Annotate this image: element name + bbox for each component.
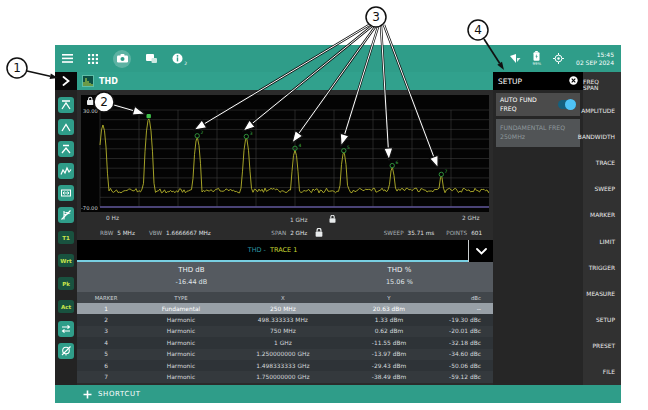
sweep-label: SWEEP <box>384 230 404 236</box>
auto-fund-freq-toggle-row[interactable]: AUTO FUND FREQ <box>496 93 580 116</box>
toolbar-button-span-box[interactable] <box>58 185 74 201</box>
toolbar-button-marker-off[interactable] <box>58 207 74 223</box>
lock-icon <box>315 228 323 238</box>
toolbar-button-act[interactable]: Act <box>58 300 74 313</box>
menu-item-trigger[interactable]: TRIGGER <box>583 255 621 281</box>
menu-icon[interactable] <box>62 54 73 63</box>
collapse-results-button[interactable] <box>468 240 493 262</box>
shortcut-bar[interactable]: SHORTCUT <box>55 385 621 403</box>
table-cell: Harmonic <box>135 328 227 334</box>
swap-arrows-icon <box>60 323 72 335</box>
spectrum-thumbnail-icon <box>82 75 94 87</box>
svg-text:5: 5 <box>347 145 350 150</box>
table-cell: 1 GHz <box>227 340 339 346</box>
marker-table-header: MARKER TYPE X Y dBc <box>77 292 493 303</box>
vbw-value[interactable]: 1.6666667 MHz <box>166 230 211 236</box>
menu-item-limit[interactable]: LIMIT <box>583 228 621 254</box>
svg-text:7: 7 <box>445 169 448 174</box>
toolbar-button-pk[interactable]: Pk <box>58 277 74 290</box>
menu-item-marker[interactable]: MARKER <box>583 202 621 228</box>
analyzer-screen: 2 99% 15:45 02 SEP 2024 <box>55 45 621 403</box>
points-value[interactable]: 601 <box>471 230 482 236</box>
lock-icon <box>329 215 336 224</box>
thd-pct-value: 15.06 % <box>306 278 493 286</box>
next-peak-icon <box>60 143 72 155</box>
menu-item-amplitude[interactable]: AMPLITUDE <box>583 98 621 124</box>
thd-summary: THD dB -16.44 dB THD % 15.06 % <box>77 262 493 292</box>
table-row[interactable]: 5Harmonic1.250000000 GHz-13.97 dBm-34.60… <box>77 349 493 360</box>
table-row[interactable]: 6Harmonic1.498333333 GHz-29.43 dBm-50.06… <box>77 360 493 371</box>
toolbar-button-wrt[interactable]: Wrt <box>58 254 74 267</box>
auto-fund-freq-toggle[interactable] <box>558 100 576 109</box>
svg-text:2: 2 <box>201 130 204 135</box>
svg-text:4: 4 <box>298 143 301 148</box>
trace-selector[interactable]: THD - TRACE 1 <box>77 240 468 262</box>
svg-text:6: 6 <box>396 160 399 165</box>
setup-panel-title: SETUP <box>498 77 522 86</box>
close-icon[interactable] <box>569 76 578 87</box>
col-x: X <box>227 295 339 301</box>
menu-item-freq-span[interactable]: FREQ SPAN <box>583 72 621 98</box>
toolbar-button-gps-off[interactable] <box>58 343 74 359</box>
table-cell: -34.60 dBc <box>439 351 493 357</box>
figure: 2 99% 15:45 02 SEP 2024 <box>0 0 648 410</box>
menu-item-measure[interactable]: MEASURE <box>583 281 621 307</box>
col-y: Y <box>339 295 439 301</box>
menu-item-bandwidth[interactable]: BANDWIDTH <box>583 124 621 150</box>
svg-text:3: 3 <box>250 131 253 136</box>
table-cell: Fundamental <box>135 306 227 312</box>
toolbar-button-trace-zigzag[interactable] <box>58 163 74 179</box>
toolbar-button-marker-to-peak[interactable] <box>58 97 74 113</box>
table-cell: Harmonic <box>135 351 227 357</box>
fundamental-freq-field[interactable]: FUNDAMENTAL FREQ 250MHz <box>496 119 580 147</box>
table-cell: 1.750000000 GHz <box>227 374 339 380</box>
info-icon[interactable]: 2 <box>172 53 183 64</box>
menu-item-file[interactable]: FILE <box>583 359 621 385</box>
left-toolbar: T1WrtPkAct <box>55 72 77 385</box>
table-row[interactable]: 1Fundamental250 MHz20.63 dBm-- <box>77 303 493 314</box>
menu-item-setup[interactable]: SETUP <box>583 307 621 333</box>
trace-selector-bar: THD - TRACE 1 <box>77 240 493 262</box>
topbar-status-icons: 99% 15:45 02 SEP 2024 <box>510 51 614 67</box>
menu-item-preset[interactable]: PRESET <box>583 333 621 359</box>
table-row[interactable]: 3Harmonic750 MHz0.62 dBm-20.01 dBc <box>77 326 493 337</box>
table-cell: Harmonic <box>135 317 227 323</box>
page-title: THD <box>99 77 118 86</box>
display-capture-icon[interactable] <box>146 54 157 63</box>
table-row[interactable]: 7Harmonic1.750000000 GHz-38.49 dBm-59.12… <box>77 371 493 382</box>
table-cell: Harmonic <box>135 374 227 380</box>
table-row[interactable]: 2Harmonic498.333333 MHz1.33 dBm-19.30 dB… <box>77 314 493 325</box>
camera-icon[interactable] <box>113 50 131 68</box>
battery-icon[interactable]: 99% <box>533 51 541 66</box>
apps-grid-icon[interactable] <box>88 54 98 64</box>
menu-item-trace[interactable]: TRACE <box>583 150 621 176</box>
toolbar-button-peak[interactable] <box>58 119 74 135</box>
table-cell: 250 MHz <box>227 306 339 312</box>
sweep-value[interactable]: 35.71 ms <box>408 230 435 236</box>
rbw-value[interactable]: 5 MHz <box>117 230 135 236</box>
shortcut-label: SHORTCUT <box>98 390 141 398</box>
svg-text:1: 1 <box>13 61 21 75</box>
table-row[interactable]: 4Harmonic1 GHz-11.55 dBm-32.18 dBc <box>77 337 493 348</box>
table-cell: Harmonic <box>135 363 227 369</box>
toolbar-button-swap-arrows[interactable] <box>58 321 74 337</box>
gps-icon[interactable] <box>553 53 564 64</box>
table-cell: -29.43 dBm <box>339 363 439 369</box>
toolbar-button-next-peak[interactable] <box>58 141 74 157</box>
table-cell: -11.55 dBm <box>339 340 439 346</box>
table-cell: -19.30 dBc <box>439 317 493 323</box>
table-cell: 1.250000000 GHz <box>227 351 339 357</box>
top-system-bar: 2 99% 15:45 02 SEP 2024 <box>55 45 621 72</box>
peak-icon <box>60 121 72 133</box>
toolbar-button-t1[interactable]: T1 <box>58 231 74 244</box>
svg-text:30.00: 30.00 <box>83 108 98 114</box>
span-box-icon <box>60 187 72 199</box>
span-value[interactable]: 2 GHz <box>290 230 307 236</box>
network-icon[interactable] <box>510 54 521 63</box>
table-cell: -32.18 dBc <box>439 340 493 346</box>
menu-item-sweep[interactable]: SWEEP <box>583 176 621 202</box>
spectrum-plot[interactable]: 23456730.00-70.00 <box>81 95 489 212</box>
thd-pct-label: THD % <box>306 266 493 274</box>
expand-toolbar-button[interactable] <box>55 72 77 90</box>
table-cell: 2 <box>77 317 135 323</box>
